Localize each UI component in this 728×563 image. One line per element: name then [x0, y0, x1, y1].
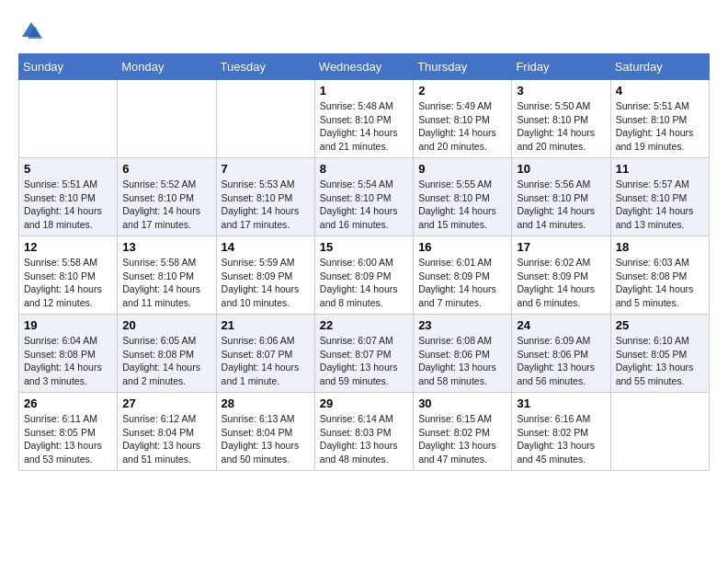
day-number: 12 — [24, 240, 112, 254]
calendar-cell: 7Sunrise: 5:53 AMSunset: 8:10 PMDaylight… — [216, 158, 314, 236]
weekday-header: Saturday — [610, 54, 709, 80]
day-info: Sunrise: 5:48 AMSunset: 8:10 PMDaylight:… — [320, 99, 408, 154]
day-info: Sunrise: 5:51 AMSunset: 8:10 PMDaylight:… — [616, 99, 704, 154]
day-number: 31 — [517, 396, 605, 410]
day-number: 7 — [222, 162, 310, 176]
day-info: Sunrise: 6:07 AMSunset: 8:07 PMDaylight:… — [320, 334, 408, 388]
calendar-cell: 14Sunrise: 5:59 AMSunset: 8:09 PMDayligh… — [216, 236, 314, 315]
day-info: Sunrise: 5:51 AMSunset: 8:10 PMDaylight:… — [24, 178, 112, 232]
day-info: Sunrise: 5:52 AMSunset: 8:10 PMDaylight:… — [122, 178, 210, 232]
calendar-week-row: 1Sunrise: 5:48 AMSunset: 8:10 PMDaylight… — [19, 80, 710, 158]
calendar-cell: 13Sunrise: 5:58 AMSunset: 8:10 PMDayligh… — [118, 236, 216, 315]
calendar-cell: 10Sunrise: 5:56 AMSunset: 8:10 PMDayligh… — [512, 158, 610, 236]
day-number: 30 — [418, 396, 506, 410]
calendar-cell: 2Sunrise: 5:49 AMSunset: 8:10 PMDaylight… — [414, 80, 512, 158]
calendar-cell: 12Sunrise: 5:58 AMSunset: 8:10 PMDayligh… — [19, 236, 118, 315]
day-number: 11 — [616, 162, 704, 176]
weekday-header: Wednesday — [314, 54, 413, 80]
calendar-cell: 29Sunrise: 6:14 AMSunset: 8:03 PMDayligh… — [314, 393, 413, 471]
day-info: Sunrise: 5:54 AMSunset: 8:10 PMDaylight:… — [320, 178, 408, 232]
day-info: Sunrise: 6:09 AMSunset: 8:06 PMDaylight:… — [517, 334, 605, 388]
day-info: Sunrise: 6:12 AMSunset: 8:04 PMDaylight:… — [122, 412, 210, 466]
logo-icon — [18, 18, 44, 44]
day-info: Sunrise: 6:15 AMSunset: 8:02 PMDaylight:… — [418, 412, 506, 466]
day-info: Sunrise: 5:53 AMSunset: 8:10 PMDaylight:… — [222, 178, 310, 232]
day-info: Sunrise: 5:56 AMSunset: 8:10 PMDaylight:… — [517, 178, 605, 232]
day-info: Sunrise: 6:01 AMSunset: 8:09 PMDaylight:… — [418, 256, 506, 310]
calendar-cell: 23Sunrise: 6:08 AMSunset: 8:06 PMDayligh… — [414, 315, 512, 393]
calendar-cell: 24Sunrise: 6:09 AMSunset: 8:06 PMDayligh… — [512, 315, 610, 393]
weekday-header: Friday — [512, 54, 610, 80]
day-number: 1 — [320, 84, 408, 98]
day-number: 28 — [222, 396, 310, 410]
day-number: 6 — [122, 162, 210, 176]
calendar-table: SundayMondayTuesdayWednesdayThursdayFrid… — [18, 53, 710, 471]
day-number: 10 — [517, 162, 605, 176]
calendar-cell: 6Sunrise: 5:52 AMSunset: 8:10 PMDaylight… — [118, 158, 216, 236]
day-number: 13 — [122, 240, 210, 254]
calendar-cell: 21Sunrise: 6:06 AMSunset: 8:07 PMDayligh… — [216, 315, 314, 393]
day-info: Sunrise: 6:13 AMSunset: 8:04 PMDaylight:… — [222, 412, 310, 466]
calendar-cell: 26Sunrise: 6:11 AMSunset: 8:05 PMDayligh… — [19, 393, 118, 471]
day-number: 25 — [616, 318, 704, 332]
calendar-cell: 8Sunrise: 5:54 AMSunset: 8:10 PMDaylight… — [314, 158, 413, 236]
day-number: 29 — [320, 396, 408, 410]
day-info: Sunrise: 6:10 AMSunset: 8:05 PMDaylight:… — [616, 334, 704, 388]
calendar-cell: 9Sunrise: 5:55 AMSunset: 8:10 PMDaylight… — [414, 158, 512, 236]
calendar-week-row: 26Sunrise: 6:11 AMSunset: 8:05 PMDayligh… — [19, 393, 710, 471]
day-number: 9 — [418, 162, 506, 176]
calendar-cell: 15Sunrise: 6:00 AMSunset: 8:09 PMDayligh… — [314, 236, 413, 315]
weekday-header: Monday — [118, 54, 216, 80]
day-number: 19 — [24, 318, 112, 332]
calendar-cell: 22Sunrise: 6:07 AMSunset: 8:07 PMDayligh… — [314, 315, 413, 393]
day-info: Sunrise: 5:57 AMSunset: 8:10 PMDaylight:… — [616, 178, 704, 232]
day-number: 14 — [222, 240, 310, 254]
day-number: 15 — [320, 240, 408, 254]
weekday-header: Sunday — [19, 54, 118, 80]
day-number: 3 — [517, 84, 605, 98]
day-info: Sunrise: 6:14 AMSunset: 8:03 PMDaylight:… — [320, 412, 408, 466]
weekday-header: Tuesday — [216, 54, 314, 80]
day-number: 16 — [418, 240, 506, 254]
calendar-cell: 31Sunrise: 6:16 AMSunset: 8:02 PMDayligh… — [512, 393, 610, 471]
calendar-header-row: SundayMondayTuesdayWednesdayThursdayFrid… — [19, 54, 710, 80]
day-info: Sunrise: 6:16 AMSunset: 8:02 PMDaylight:… — [517, 412, 605, 466]
calendar-cell: 1Sunrise: 5:48 AMSunset: 8:10 PMDaylight… — [314, 80, 413, 158]
calendar-cell: 3Sunrise: 5:50 AMSunset: 8:10 PMDaylight… — [512, 80, 610, 158]
day-info: Sunrise: 6:02 AMSunset: 8:09 PMDaylight:… — [517, 256, 605, 310]
calendar-cell: 17Sunrise: 6:02 AMSunset: 8:09 PMDayligh… — [512, 236, 610, 315]
day-info: Sunrise: 5:59 AMSunset: 8:09 PMDaylight:… — [222, 256, 310, 310]
calendar-cell: 25Sunrise: 6:10 AMSunset: 8:05 PMDayligh… — [610, 315, 709, 393]
calendar-cell — [216, 80, 314, 158]
day-info: Sunrise: 6:03 AMSunset: 8:08 PMDaylight:… — [616, 256, 704, 310]
calendar-week-row: 5Sunrise: 5:51 AMSunset: 8:10 PMDaylight… — [19, 158, 710, 236]
calendar-cell: 28Sunrise: 6:13 AMSunset: 8:04 PMDayligh… — [216, 393, 314, 471]
day-info: Sunrise: 6:06 AMSunset: 8:07 PMDaylight:… — [222, 334, 310, 388]
page-header — [18, 18, 710, 44]
day-info: Sunrise: 6:04 AMSunset: 8:08 PMDaylight:… — [24, 334, 112, 388]
day-info: Sunrise: 5:50 AMSunset: 8:10 PMDaylight:… — [517, 99, 605, 154]
day-number: 22 — [320, 318, 408, 332]
calendar-week-row: 12Sunrise: 5:58 AMSunset: 8:10 PMDayligh… — [19, 236, 710, 315]
day-number: 5 — [24, 162, 112, 176]
calendar-cell: 5Sunrise: 5:51 AMSunset: 8:10 PMDaylight… — [19, 158, 118, 236]
calendar-cell: 4Sunrise: 5:51 AMSunset: 8:10 PMDaylight… — [610, 80, 709, 158]
calendar-week-row: 19Sunrise: 6:04 AMSunset: 8:08 PMDayligh… — [19, 315, 710, 393]
calendar-cell — [19, 80, 118, 158]
calendar-cell — [610, 393, 709, 471]
calendar-cell: 16Sunrise: 6:01 AMSunset: 8:09 PMDayligh… — [414, 236, 512, 315]
day-info: Sunrise: 6:00 AMSunset: 8:09 PMDaylight:… — [320, 256, 408, 310]
calendar-cell: 30Sunrise: 6:15 AMSunset: 8:02 PMDayligh… — [414, 393, 512, 471]
day-number: 26 — [24, 396, 112, 410]
day-info: Sunrise: 6:11 AMSunset: 8:05 PMDaylight:… — [24, 412, 112, 466]
calendar-cell: 27Sunrise: 6:12 AMSunset: 8:04 PMDayligh… — [118, 393, 216, 471]
day-info: Sunrise: 6:05 AMSunset: 8:08 PMDaylight:… — [122, 334, 210, 388]
day-number: 18 — [616, 240, 704, 254]
day-info: Sunrise: 5:58 AMSunset: 8:10 PMDaylight:… — [24, 256, 112, 310]
calendar-cell: 19Sunrise: 6:04 AMSunset: 8:08 PMDayligh… — [19, 315, 118, 393]
calendar-cell: 20Sunrise: 6:05 AMSunset: 8:08 PMDayligh… — [118, 315, 216, 393]
day-info: Sunrise: 5:58 AMSunset: 8:10 PMDaylight:… — [122, 256, 210, 310]
day-number: 17 — [517, 240, 605, 254]
day-number: 20 — [122, 318, 210, 332]
day-number: 2 — [418, 84, 506, 98]
